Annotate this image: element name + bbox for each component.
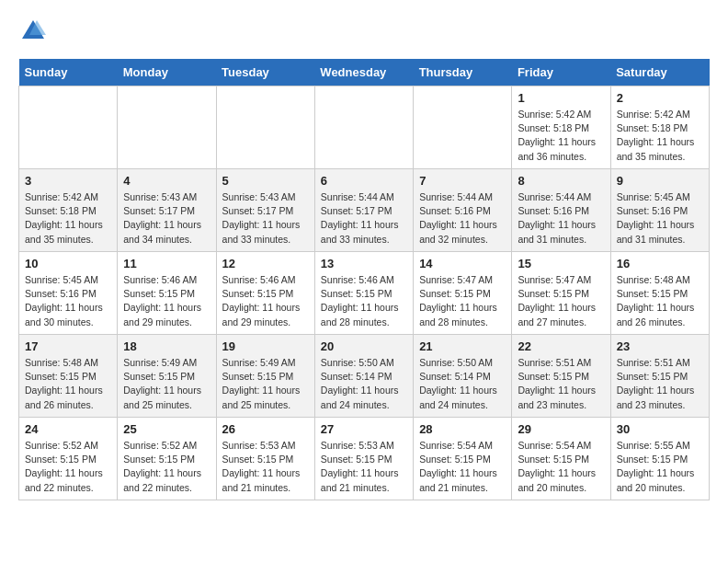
calendar-cell: 14Sunrise: 5:47 AM Sunset: 5:15 PM Dayli… xyxy=(414,252,512,335)
calendar-cell: 6Sunrise: 5:44 AM Sunset: 5:17 PM Daylig… xyxy=(314,169,413,252)
day-info: Sunrise: 5:48 AM Sunset: 5:15 PM Dayligh… xyxy=(617,273,703,329)
calendar-cell: 8Sunrise: 5:44 AM Sunset: 5:16 PM Daylig… xyxy=(512,169,610,252)
calendar-week-row: 10Sunrise: 5:45 AM Sunset: 5:16 PM Dayli… xyxy=(19,252,710,335)
logo-icon xyxy=(20,18,46,44)
logo xyxy=(18,18,46,44)
weekday-header-monday: Monday xyxy=(118,59,216,86)
day-info: Sunrise: 5:49 AM Sunset: 5:15 PM Dayligh… xyxy=(222,356,309,412)
calendar-cell xyxy=(414,86,512,169)
day-info: Sunrise: 5:42 AM Sunset: 5:18 PM Dayligh… xyxy=(25,190,111,247)
calendar-cell xyxy=(314,86,413,169)
calendar-week-row: 17Sunrise: 5:48 AM Sunset: 5:15 PM Dayli… xyxy=(19,335,710,418)
day-info: Sunrise: 5:51 AM Sunset: 5:15 PM Dayligh… xyxy=(518,356,604,412)
calendar-cell: 19Sunrise: 5:49 AM Sunset: 5:15 PM Dayli… xyxy=(216,335,314,418)
day-number: 16 xyxy=(617,257,703,270)
day-number: 5 xyxy=(222,174,309,188)
weekday-header-friday: Friday xyxy=(512,59,610,86)
day-number: 28 xyxy=(419,422,506,436)
day-info: Sunrise: 5:44 AM Sunset: 5:17 PM Dayligh… xyxy=(321,190,407,247)
calendar-cell: 10Sunrise: 5:45 AM Sunset: 5:16 PM Dayli… xyxy=(19,252,118,335)
weekday-header-saturday: Saturday xyxy=(610,59,709,86)
day-number: 20 xyxy=(321,339,407,353)
day-number: 2 xyxy=(617,91,703,105)
day-number: 3 xyxy=(25,174,111,188)
day-info: Sunrise: 5:46 AM Sunset: 5:15 PM Dayligh… xyxy=(123,273,210,329)
calendar-week-row: 24Sunrise: 5:52 AM Sunset: 5:15 PM Dayli… xyxy=(19,418,710,500)
calendar-table: SundayMondayTuesdayWednesdayThursdayFrid… xyxy=(18,59,710,500)
calendar-week-row: 3Sunrise: 5:42 AM Sunset: 5:18 PM Daylig… xyxy=(19,169,710,252)
day-info: Sunrise: 5:47 AM Sunset: 5:15 PM Dayligh… xyxy=(518,273,604,329)
day-info: Sunrise: 5:53 AM Sunset: 5:15 PM Dayligh… xyxy=(321,439,407,495)
calendar-cell: 18Sunrise: 5:49 AM Sunset: 5:15 PM Dayli… xyxy=(118,335,216,418)
calendar-cell: 24Sunrise: 5:52 AM Sunset: 5:15 PM Dayli… xyxy=(19,418,118,500)
calendar-week-row: 1Sunrise: 5:42 AM Sunset: 5:18 PM Daylig… xyxy=(19,86,710,169)
day-number: 24 xyxy=(25,422,111,436)
page-header xyxy=(18,18,710,44)
calendar-cell: 13Sunrise: 5:46 AM Sunset: 5:15 PM Dayli… xyxy=(314,252,413,335)
day-number: 30 xyxy=(617,422,703,436)
calendar-cell: 12Sunrise: 5:46 AM Sunset: 5:15 PM Dayli… xyxy=(216,252,314,335)
day-number: 18 xyxy=(123,339,210,353)
day-info: Sunrise: 5:53 AM Sunset: 5:15 PM Dayligh… xyxy=(222,439,309,495)
day-info: Sunrise: 5:46 AM Sunset: 5:15 PM Dayligh… xyxy=(321,273,407,329)
calendar-cell: 28Sunrise: 5:54 AM Sunset: 5:15 PM Dayli… xyxy=(414,418,512,500)
weekday-header-tuesday: Tuesday xyxy=(216,59,314,86)
calendar-cell: 22Sunrise: 5:51 AM Sunset: 5:15 PM Dayli… xyxy=(512,335,610,418)
day-number: 29 xyxy=(518,422,604,436)
calendar-cell: 15Sunrise: 5:47 AM Sunset: 5:15 PM Dayli… xyxy=(512,252,610,335)
day-info: Sunrise: 5:55 AM Sunset: 5:15 PM Dayligh… xyxy=(617,439,703,495)
day-number: 7 xyxy=(419,174,506,188)
day-number: 4 xyxy=(123,174,210,188)
day-info: Sunrise: 5:43 AM Sunset: 5:17 PM Dayligh… xyxy=(123,190,210,247)
day-info: Sunrise: 5:44 AM Sunset: 5:16 PM Dayligh… xyxy=(518,190,604,247)
calendar-cell: 29Sunrise: 5:54 AM Sunset: 5:15 PM Dayli… xyxy=(512,418,610,500)
day-number: 27 xyxy=(321,422,407,436)
day-info: Sunrise: 5:48 AM Sunset: 5:15 PM Dayligh… xyxy=(25,356,111,412)
day-info: Sunrise: 5:42 AM Sunset: 5:18 PM Dayligh… xyxy=(617,108,703,164)
calendar-cell xyxy=(19,86,118,169)
calendar-cell: 23Sunrise: 5:51 AM Sunset: 5:15 PM Dayli… xyxy=(610,335,709,418)
calendar-cell: 17Sunrise: 5:48 AM Sunset: 5:15 PM Dayli… xyxy=(19,335,118,418)
calendar-cell: 7Sunrise: 5:44 AM Sunset: 5:16 PM Daylig… xyxy=(414,169,512,252)
calendar-cell: 3Sunrise: 5:42 AM Sunset: 5:18 PM Daylig… xyxy=(19,169,118,252)
weekday-header-wednesday: Wednesday xyxy=(314,59,413,86)
day-number: 15 xyxy=(518,257,604,270)
day-number: 10 xyxy=(25,257,111,270)
calendar-cell: 27Sunrise: 5:53 AM Sunset: 5:15 PM Dayli… xyxy=(314,418,413,500)
calendar-cell: 26Sunrise: 5:53 AM Sunset: 5:15 PM Dayli… xyxy=(216,418,314,500)
day-number: 23 xyxy=(617,339,703,353)
calendar-cell: 11Sunrise: 5:46 AM Sunset: 5:15 PM Dayli… xyxy=(118,252,216,335)
day-number: 26 xyxy=(222,422,309,436)
day-info: Sunrise: 5:47 AM Sunset: 5:15 PM Dayligh… xyxy=(419,273,506,329)
day-number: 6 xyxy=(321,174,407,188)
weekday-header-sunday: Sunday xyxy=(19,59,118,86)
day-number: 17 xyxy=(25,339,111,353)
day-info: Sunrise: 5:54 AM Sunset: 5:15 PM Dayligh… xyxy=(419,439,506,495)
calendar-cell: 9Sunrise: 5:45 AM Sunset: 5:16 PM Daylig… xyxy=(610,169,709,252)
day-number: 22 xyxy=(518,339,604,353)
day-number: 1 xyxy=(518,91,604,105)
day-info: Sunrise: 5:49 AM Sunset: 5:15 PM Dayligh… xyxy=(123,356,210,412)
day-info: Sunrise: 5:43 AM Sunset: 5:17 PM Dayligh… xyxy=(222,190,309,247)
calendar-cell: 2Sunrise: 5:42 AM Sunset: 5:18 PM Daylig… xyxy=(610,86,709,169)
weekday-header-thursday: Thursday xyxy=(414,59,512,86)
day-number: 19 xyxy=(222,339,309,353)
day-info: Sunrise: 5:50 AM Sunset: 5:14 PM Dayligh… xyxy=(321,356,407,412)
day-number: 14 xyxy=(419,257,506,270)
day-info: Sunrise: 5:45 AM Sunset: 5:16 PM Dayligh… xyxy=(617,190,703,247)
calendar-cell: 16Sunrise: 5:48 AM Sunset: 5:15 PM Dayli… xyxy=(610,252,709,335)
day-number: 12 xyxy=(222,257,309,270)
calendar-cell: 21Sunrise: 5:50 AM Sunset: 5:14 PM Dayli… xyxy=(414,335,512,418)
calendar-cell: 5Sunrise: 5:43 AM Sunset: 5:17 PM Daylig… xyxy=(216,169,314,252)
day-number: 13 xyxy=(321,257,407,270)
day-info: Sunrise: 5:46 AM Sunset: 5:15 PM Dayligh… xyxy=(222,273,309,329)
day-number: 11 xyxy=(123,257,210,270)
calendar-cell: 30Sunrise: 5:55 AM Sunset: 5:15 PM Dayli… xyxy=(610,418,709,500)
day-info: Sunrise: 5:45 AM Sunset: 5:16 PM Dayligh… xyxy=(25,273,111,329)
calendar-cell xyxy=(118,86,216,169)
calendar-cell: 1Sunrise: 5:42 AM Sunset: 5:18 PM Daylig… xyxy=(512,86,610,169)
day-info: Sunrise: 5:52 AM Sunset: 5:15 PM Dayligh… xyxy=(25,439,111,495)
calendar-cell: 20Sunrise: 5:50 AM Sunset: 5:14 PM Dayli… xyxy=(314,335,413,418)
weekday-header-row: SundayMondayTuesdayWednesdayThursdayFrid… xyxy=(19,59,710,86)
calendar-cell xyxy=(216,86,314,169)
